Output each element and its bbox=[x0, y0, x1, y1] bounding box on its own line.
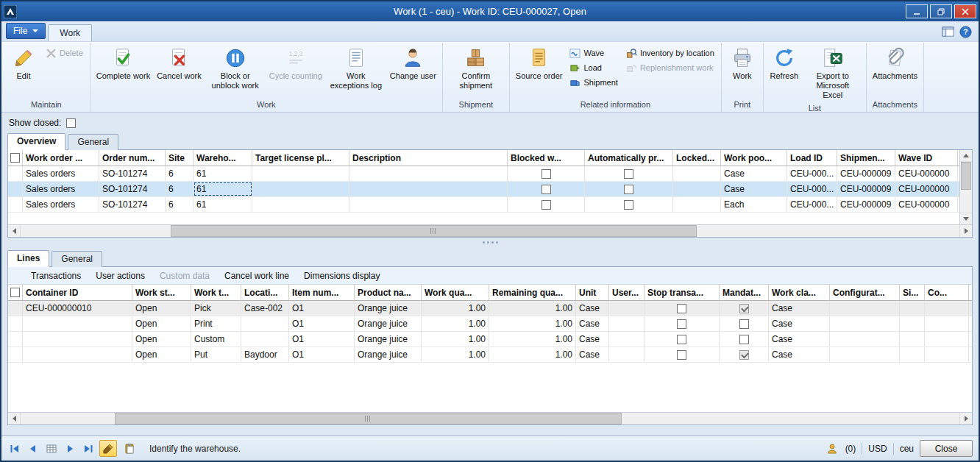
cell[interactable]: Custom bbox=[191, 332, 241, 346]
cell[interactable] bbox=[252, 182, 349, 196]
cell[interactable]: Sales orders bbox=[23, 197, 99, 212]
cell[interactable]: Orange juice bbox=[355, 316, 422, 331]
cell[interactable]: Orange juice bbox=[355, 332, 422, 346]
cell[interactable]: 61 bbox=[193, 182, 252, 196]
column-header-user[interactable]: User... bbox=[609, 285, 645, 300]
row-select-cell[interactable] bbox=[8, 347, 23, 362]
column-header-container-id[interactable]: Container ID bbox=[23, 285, 132, 300]
column-header-locati[interactable]: Locati... bbox=[241, 285, 289, 300]
cell[interactable] bbox=[508, 166, 585, 181]
table-row[interactable]: OpenCustomO1Orange juice1.001.00CaseCase bbox=[8, 332, 972, 347]
cell[interactable]: Case bbox=[576, 301, 609, 316]
cell[interactable] bbox=[830, 332, 900, 346]
nav-next-icon[interactable] bbox=[63, 441, 77, 456]
cell[interactable] bbox=[720, 316, 769, 331]
column-header-product-na[interactable]: Product na... bbox=[355, 285, 422, 300]
user-icon[interactable] bbox=[825, 441, 839, 456]
cell[interactable]: Case bbox=[769, 347, 830, 362]
column-header-co[interactable]: Co... bbox=[925, 285, 969, 300]
cycle-counting-button[interactable]: 1,2,3Cycle counting bbox=[266, 43, 325, 98]
cell[interactable] bbox=[609, 316, 645, 331]
checkbox[interactable] bbox=[739, 350, 749, 360]
cell[interactable] bbox=[585, 182, 673, 196]
horizontal-scrollbar[interactable] bbox=[8, 412, 972, 424]
lines-tab-lines[interactable]: Lines bbox=[7, 250, 49, 267]
cell[interactable]: CEU-000000 bbox=[895, 166, 958, 181]
cell[interactable]: CEU-000009 bbox=[837, 182, 895, 196]
cell[interactable]: CEU-000000 bbox=[895, 197, 958, 212]
cell[interactable]: 61 bbox=[193, 166, 252, 181]
cell[interactable]: CEU-000... bbox=[787, 166, 837, 181]
load-button[interactable]: Load bbox=[566, 60, 621, 75]
cell[interactable] bbox=[609, 347, 645, 362]
show-closed-checkbox[interactable] bbox=[66, 118, 76, 128]
scroll-left-arrow[interactable] bbox=[8, 413, 21, 424]
cell[interactable] bbox=[900, 316, 925, 331]
cell[interactable] bbox=[241, 316, 289, 331]
cell[interactable] bbox=[673, 182, 721, 196]
cell[interactable]: CEU-000009 bbox=[837, 166, 895, 181]
ribbon-tab-work[interactable]: Work bbox=[48, 24, 92, 42]
cell[interactable]: 1.00 bbox=[489, 347, 576, 362]
cell[interactable] bbox=[23, 347, 132, 362]
cell[interactable]: Case bbox=[576, 347, 609, 362]
scroll-right-arrow[interactable] bbox=[959, 413, 972, 424]
nav-previous-icon[interactable] bbox=[26, 441, 40, 456]
cell[interactable] bbox=[349, 166, 508, 181]
checkbox[interactable] bbox=[739, 304, 749, 313]
cell[interactable] bbox=[241, 332, 289, 346]
block-or-unblock-work-button[interactable]: Block or unblock work bbox=[205, 43, 266, 98]
cell[interactable]: SO-101274 bbox=[99, 182, 166, 196]
cell[interactable] bbox=[720, 332, 769, 346]
cell[interactable]: Open bbox=[132, 347, 191, 362]
cell[interactable] bbox=[252, 166, 349, 181]
cell[interactable]: CEU-000000010 bbox=[23, 301, 132, 316]
cell[interactable]: O1 bbox=[289, 301, 355, 316]
checkbox[interactable] bbox=[542, 200, 551, 210]
delete-button[interactable]: Delete bbox=[42, 46, 87, 60]
close-button[interactable]: Close bbox=[920, 440, 973, 457]
column-header-automatically-pr[interactable]: Automatically pr... bbox=[585, 150, 673, 166]
cell[interactable] bbox=[585, 166, 673, 181]
checkbox[interactable] bbox=[739, 335, 749, 344]
horizontal-scrollbar[interactable] bbox=[8, 224, 972, 237]
attachments-button[interactable]: Attachments bbox=[870, 43, 920, 98]
work-button[interactable]: Work bbox=[725, 43, 760, 98]
row-select-cell[interactable] bbox=[8, 316, 23, 331]
column-header-work-st[interactable]: Work st... bbox=[132, 285, 191, 300]
minimize-button[interactable] bbox=[906, 4, 928, 18]
cell[interactable]: Case bbox=[576, 316, 609, 331]
checkbox[interactable] bbox=[10, 288, 20, 297]
cell[interactable] bbox=[900, 332, 925, 346]
close-window-button[interactable] bbox=[954, 4, 976, 18]
column-header-load-id[interactable]: Load ID bbox=[787, 150, 837, 166]
cell[interactable]: Case-002 bbox=[241, 301, 289, 316]
checkbox[interactable] bbox=[677, 319, 686, 329]
cell[interactable]: 1.00 bbox=[422, 347, 489, 362]
scrollbar-track[interactable] bbox=[21, 225, 959, 237]
cell[interactable]: Case bbox=[721, 166, 787, 181]
export-to-microsoft-excel-button[interactable]: Export to Microsoft Excel bbox=[803, 43, 863, 102]
checkbox[interactable] bbox=[624, 200, 633, 210]
column-header-shipmen[interactable]: Shipmen... bbox=[837, 150, 895, 166]
cell[interactable]: Open bbox=[132, 316, 191, 331]
cell[interactable]: Case bbox=[769, 316, 830, 331]
company-indicator[interactable]: ceu bbox=[900, 444, 914, 454]
cell[interactable] bbox=[349, 197, 508, 212]
scroll-down-arrow[interactable] bbox=[960, 213, 972, 224]
vertical-scrollbar[interactable] bbox=[959, 150, 972, 224]
column-header-unit[interactable]: Unit bbox=[576, 285, 609, 300]
cell[interactable] bbox=[645, 301, 720, 316]
cell[interactable] bbox=[925, 316, 969, 331]
confirm-shipment-button[interactable]: Confirm shipment bbox=[446, 43, 506, 98]
scroll-right-arrow[interactable] bbox=[959, 225, 972, 237]
complete-work-button[interactable]: Complete work bbox=[93, 43, 153, 98]
cell[interactable]: O1 bbox=[289, 332, 355, 346]
dimensions-display-button[interactable]: Dimensions display bbox=[297, 269, 386, 282]
help-icon[interactable]: ? bbox=[959, 26, 972, 38]
paste-button[interactable] bbox=[121, 440, 138, 457]
edit-button[interactable]: Edit bbox=[6, 43, 41, 98]
wave-button[interactable]: Wave bbox=[566, 46, 621, 60]
nav-last-icon[interactable] bbox=[81, 441, 96, 456]
cell[interactable]: 1.00 bbox=[422, 301, 489, 316]
